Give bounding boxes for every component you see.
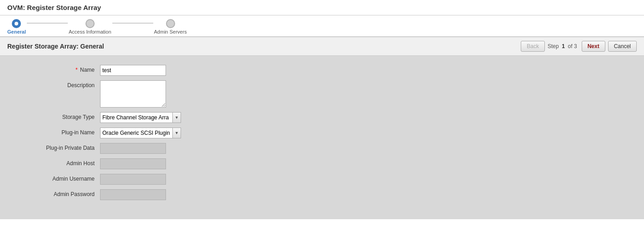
admin-host-label: Admin Host xyxy=(27,158,100,167)
storage-type-select[interactable]: Fibre Channel Storage Arra iSCSI Storage… xyxy=(100,112,173,123)
storage-type-select-wrapper: Fibre Channel Storage Arra iSCSI Storage… xyxy=(100,112,181,123)
admin-username-label: Admin Username xyxy=(27,174,100,182)
plugin-name-label: Plug-in Name xyxy=(27,128,100,136)
admin-username-input xyxy=(100,174,166,185)
admin-password-label: Admin Password xyxy=(27,189,100,197)
admin-host-row: Admin Host xyxy=(27,158,617,169)
plugin-private-data-input xyxy=(100,143,166,154)
name-row: * Name xyxy=(27,65,617,76)
storage-type-row: Storage Type Fibre Channel Storage Arra … xyxy=(27,112,617,123)
plugin-name-row: Plug-in Name Oracle Generic SCSI Plugin … xyxy=(27,128,617,138)
name-label: * Name xyxy=(27,65,100,73)
step-info: Step 1 of 3 xyxy=(548,43,577,49)
step-circle-general xyxy=(12,19,21,28)
name-input[interactable] xyxy=(100,65,166,76)
step-label-general: General xyxy=(7,29,26,34)
description-label: Description xyxy=(27,80,100,88)
section-title: Register Storage Array: General xyxy=(7,43,104,50)
admin-host-input xyxy=(100,158,166,169)
step-circle-access xyxy=(86,19,95,28)
wizard-step-access-information[interactable]: Access Information xyxy=(69,19,111,34)
admin-password-row: Admin Password xyxy=(27,189,617,200)
plugin-name-select-wrapper: Oracle Generic SCSI Plugin Oracle ZFS St… xyxy=(100,128,181,138)
step-line-2 xyxy=(112,23,153,24)
description-input[interactable] xyxy=(100,80,166,108)
step-circle-admin xyxy=(166,19,175,28)
cancel-button[interactable]: Cancel xyxy=(608,41,637,52)
step-line-1 xyxy=(27,23,68,24)
wizard-step-general[interactable]: General xyxy=(7,19,26,34)
wizard-step-admin-servers[interactable]: Admin Servers xyxy=(154,19,187,34)
plugin-private-data-row: Plug-in Private Data xyxy=(27,143,617,154)
required-indicator: * xyxy=(75,67,78,73)
storage-type-label: Storage Type xyxy=(27,112,100,120)
step-label-admin: Admin Servers xyxy=(154,29,187,34)
description-row: Description xyxy=(27,80,617,108)
page-title: OVM: Register Storage Array xyxy=(7,4,637,11)
admin-password-input xyxy=(100,189,166,200)
storage-type-dropdown-arrow[interactable]: ▼ xyxy=(173,112,181,123)
next-button[interactable]: Next xyxy=(582,41,605,52)
back-button[interactable]: Back xyxy=(521,41,545,52)
admin-username-row: Admin Username xyxy=(27,174,617,185)
plugin-name-select[interactable]: Oracle Generic SCSI Plugin Oracle ZFS St… xyxy=(100,128,173,138)
plugin-private-data-label: Plug-in Private Data xyxy=(27,143,100,151)
plugin-name-dropdown-arrow[interactable]: ▼ xyxy=(173,128,181,138)
step-label-access: Access Information xyxy=(69,29,111,34)
